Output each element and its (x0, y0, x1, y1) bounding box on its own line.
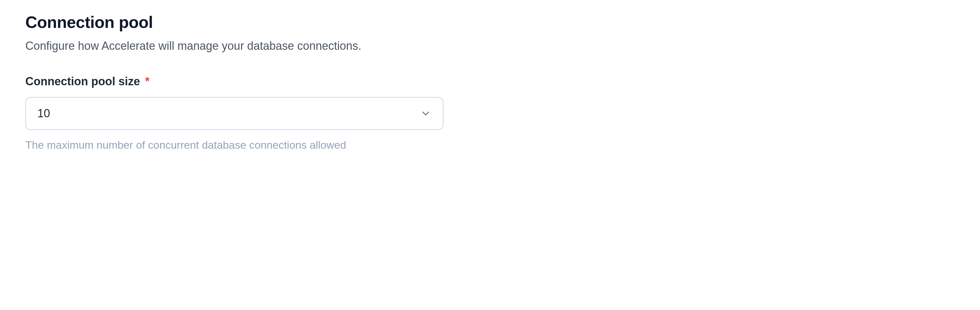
connection-pool-section: Connection pool Configure how Accelerate… (25, 13, 444, 151)
connection-pool-size-select-wrapper: 10 (25, 97, 444, 130)
required-asterisk: * (145, 75, 150, 88)
section-description: Configure how Accelerate will manage you… (25, 39, 444, 53)
field-label: Connection pool size (25, 75, 140, 88)
select-value: 10 (37, 107, 50, 120)
section-title: Connection pool (25, 13, 444, 32)
chevron-down-icon (420, 108, 431, 119)
help-text: The maximum number of concurrent databas… (25, 139, 444, 151)
connection-pool-size-select[interactable]: 10 (25, 97, 444, 130)
field-label-row: Connection pool size * (25, 75, 444, 88)
